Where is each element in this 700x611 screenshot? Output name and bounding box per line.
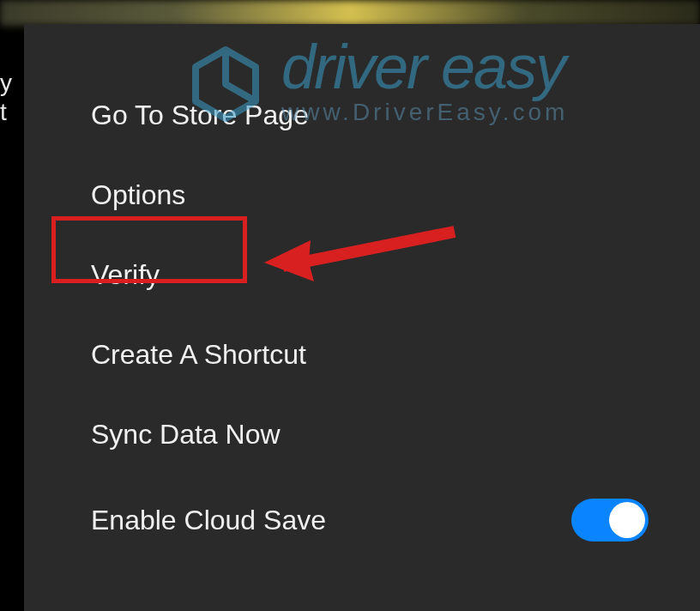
side-line-1: y [0, 69, 12, 98]
background-blur [0, 0, 700, 26]
menu-item-options[interactable]: Options [24, 155, 700, 235]
menu-item-create-shortcut[interactable]: Create A Shortcut [24, 315, 700, 395]
menu-item-verify[interactable]: Verify [24, 235, 700, 315]
context-menu-panel: driver easy www.DriverEasy.com Go To Sto… [24, 24, 700, 611]
menu-item-label: Verify [91, 259, 160, 291]
menu-item-label: Options [91, 179, 185, 211]
toggle-knob [609, 502, 645, 538]
menu-item-label: Sync Data Now [91, 419, 281, 451]
menu-item-store-page[interactable]: Go To Store Page [24, 76, 700, 155]
cloud-save-toggle[interactable] [571, 499, 649, 541]
menu-item-sync-data[interactable]: Sync Data Now [24, 395, 700, 475]
menu-item-label: Go To Store Page [91, 100, 309, 131]
side-line-2: t [0, 98, 12, 127]
menu-item-label: Create A Shortcut [91, 339, 306, 371]
menu-item-enable-cloud-save[interactable]: Enable Cloud Save [24, 475, 700, 566]
cropped-side-text: y t [0, 69, 12, 126]
menu-item-label: Enable Cloud Save [91, 505, 326, 536]
